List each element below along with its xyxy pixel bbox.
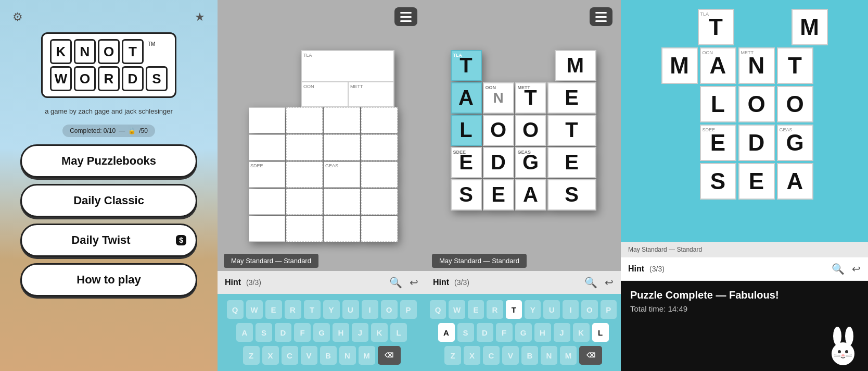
p3-key-y[interactable]: Y <box>525 300 541 319</box>
p3-key-m[interactable]: M <box>560 346 577 365</box>
complete-undo-icon[interactable]: ↩ <box>852 263 861 275</box>
p3-key-p[interactable]: P <box>601 300 617 319</box>
logo-cell-d: D <box>122 66 144 91</box>
puzzlebooks-button[interactable]: May Puzzlebooks <box>20 144 197 178</box>
kb-row-p3-2: A S D F G H J K L <box>430 323 617 342</box>
key-z[interactable]: Z <box>243 346 260 365</box>
how-to-play-button[interactable]: How to play <box>20 263 197 296</box>
key-g[interactable]: G <box>313 323 330 342</box>
key-p[interactable]: P <box>400 300 417 319</box>
p3-key-c[interactable]: C <box>483 346 500 365</box>
key-o[interactable]: O <box>381 300 398 319</box>
key-v[interactable]: V <box>301 346 317 365</box>
magnify-icon-2[interactable]: 🔍 <box>584 276 597 289</box>
key-y[interactable]: Y <box>323 300 340 319</box>
p3-key-s[interactable]: S <box>457 323 474 342</box>
kb-row-p3-3: Z X C V B N M ⌫ <box>430 346 617 365</box>
complete-magnify-icon[interactable]: 🔍 <box>832 263 845 275</box>
p3-key-i[interactable]: I <box>563 300 579 319</box>
p3-key-z[interactable]: Z <box>444 346 461 365</box>
key-r[interactable]: R <box>285 300 301 319</box>
logo-cell-k: K <box>50 39 72 64</box>
daily-twist-button[interactable]: Daily Twist $ <box>20 224 197 257</box>
complete-puzzle-area: TLA T M M OON A METT N T E <box>621 0 868 242</box>
complete-hint-bar: Hint (3/3) 🔍 ↩ <box>621 257 868 281</box>
p3-key-u[interactable]: U <box>543 300 559 319</box>
daily-classic-button[interactable]: Daily Classic <box>20 184 197 217</box>
logo-cell-s: S <box>146 66 168 91</box>
p3-key-o[interactable]: O <box>581 300 597 319</box>
logo-cell-empty: TM <box>146 39 168 64</box>
p3-key-d[interactable]: D <box>477 323 493 342</box>
complete-grid: TLA T M M OON A METT N T E <box>661 9 828 233</box>
key-x[interactable]: X <box>262 346 279 365</box>
p3-key-h[interactable]: H <box>534 323 551 342</box>
limit-text: /50 <box>139 127 148 134</box>
dollar-badge: $ <box>176 235 186 245</box>
key-w[interactable]: W <box>246 300 263 319</box>
puzzle-grid-area: TLA OON METT <box>218 33 426 254</box>
key-d[interactable]: D <box>275 323 291 342</box>
label-oon: OON <box>303 84 314 89</box>
logo-cell-n: N <box>74 39 96 64</box>
key-a[interactable]: A <box>236 323 253 342</box>
key-h[interactable]: H <box>333 323 349 342</box>
complete-bottom-section: May Standard — Standard Hint (3/3) 🔍 ↩ P… <box>621 242 868 371</box>
p3-key-w[interactable]: W <box>449 300 465 319</box>
p3-key-j[interactable]: J <box>554 323 570 342</box>
p3-key-b[interactable]: B <box>521 346 538 365</box>
key-j[interactable]: J <box>352 323 368 342</box>
p3-key-e[interactable]: E <box>468 300 484 319</box>
label-tla: TLA <box>303 53 312 58</box>
undo-icon-2[interactable]: ↩ <box>605 276 614 289</box>
p3-key-k[interactable]: K <box>573 323 590 342</box>
hamburger-line-4 <box>595 12 607 14</box>
backspace-key[interactable]: ⌫ <box>378 346 401 365</box>
p3-key-n[interactable]: N <box>541 346 557 365</box>
label-geas: GEAS <box>325 163 338 168</box>
key-f[interactable]: F <box>294 323 311 342</box>
key-u[interactable]: U <box>342 300 359 319</box>
hint-count: (3/3) <box>246 278 261 287</box>
c-label-oon: OON <box>703 50 713 55</box>
key-n[interactable]: N <box>339 346 356 365</box>
complete-hint-icons: 🔍 ↩ <box>832 263 861 275</box>
kb-row-1: Q W E R T Y U I O P <box>222 300 422 319</box>
p3-label-oon: OON <box>486 85 496 90</box>
p3-key-a[interactable]: A <box>438 323 455 342</box>
p3-key-v[interactable]: V <box>502 346 519 365</box>
p3-key-q[interactable]: Q <box>430 300 446 319</box>
p3-key-l[interactable]: L <box>592 323 609 342</box>
key-k[interactable]: K <box>371 323 388 342</box>
p3-backspace-key[interactable]: ⌫ <box>579 346 602 365</box>
key-l[interactable]: L <box>390 323 407 342</box>
logo-cell-o1: O <box>98 39 120 64</box>
menu-button[interactable] <box>394 7 417 26</box>
lock-icon: 🔒 <box>128 127 136 134</box>
key-q[interactable]: Q <box>227 300 244 319</box>
p3-key-x[interactable]: X <box>464 346 480 365</box>
gear-icon[interactable]: ⚙ <box>12 10 23 24</box>
hamburger-line-5 <box>595 16 607 18</box>
p3-key-g[interactable]: G <box>515 323 532 342</box>
key-e[interactable]: E <box>265 300 282 319</box>
key-m[interactable]: M <box>359 346 375 365</box>
key-t[interactable]: T <box>304 300 321 319</box>
complete-hint-label: Hint <box>628 264 644 274</box>
menu-button-2[interactable] <box>590 7 612 26</box>
star-icon[interactable]: ★ <box>195 10 205 24</box>
key-s[interactable]: S <box>256 323 272 342</box>
key-c[interactable]: C <box>282 346 298 365</box>
puzzle-top-bar-2 <box>426 0 621 33</box>
p3-key-f[interactable]: F <box>496 323 513 342</box>
completed-text: Completed: 0/10 <box>70 127 116 134</box>
key-i[interactable]: I <box>362 300 378 319</box>
magnify-icon[interactable]: 🔍 <box>389 276 402 289</box>
hamburger-line-6 <box>595 20 607 22</box>
key-b[interactable]: B <box>320 346 337 365</box>
p3-key-t[interactable]: T <box>506 300 522 319</box>
hint-count-2: (3/3) <box>454 278 469 287</box>
p3-key-r[interactable]: R <box>487 300 503 319</box>
undo-icon[interactable]: ↩ <box>410 276 418 289</box>
p3-label-geas: GEAS <box>518 150 531 155</box>
